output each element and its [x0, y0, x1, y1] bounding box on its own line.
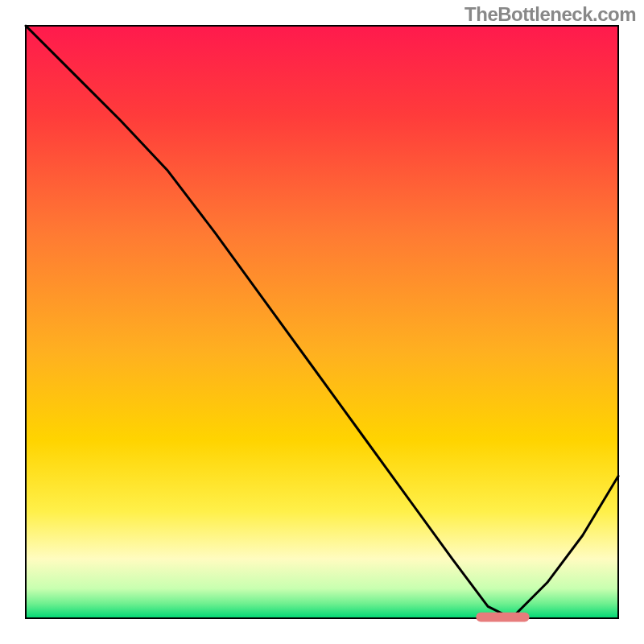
watermark-text: TheBottleneck.com — [464, 3, 636, 26]
optimal-range-marker — [476, 613, 529, 622]
chart-svg — [0, 0, 644, 644]
chart-container: TheBottleneck.com — [0, 0, 644, 644]
plot-area — [26, 26, 618, 621]
